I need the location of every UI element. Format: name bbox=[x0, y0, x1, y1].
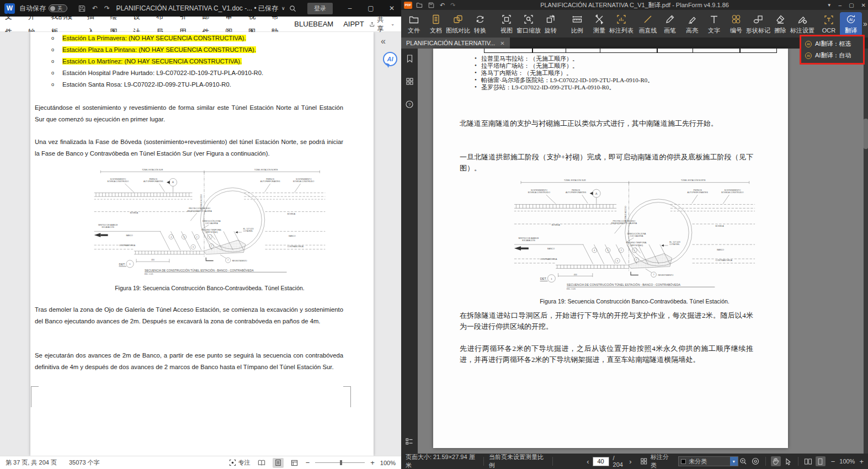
combo-arrow-icon[interactable]: ▾ bbox=[730, 457, 738, 466]
category-select[interactable]: 未分类 ▾ bbox=[678, 456, 738, 466]
toolbar-annotation-settings-button[interactable]: 标注设置 bbox=[791, 12, 813, 36]
pdf-scrollbar[interactable] bbox=[864, 49, 868, 454]
login-button[interactable]: 登录 bbox=[307, 3, 333, 14]
select-tool-button[interactable] bbox=[783, 456, 793, 466]
word-page[interactable]: oEstación La Primavera: (NO HAY SECUENCI… bbox=[30, 32, 374, 456]
svg-text:BANCO: BANCO bbox=[717, 249, 724, 251]
pdf-scrollbar-thumb[interactable] bbox=[864, 119, 868, 149]
word-close-button[interactable]: ✕ bbox=[382, 0, 401, 17]
toolbar-ocr-button[interactable]: OCR bbox=[818, 13, 840, 35]
bullet-dot-icon: • bbox=[475, 76, 477, 83]
page-number-input[interactable] bbox=[593, 457, 609, 466]
zoom-slider-thumb[interactable] bbox=[340, 460, 342, 465]
toolbar-translate-button[interactable]: AI翻译 bbox=[840, 12, 862, 36]
menu-dropdown-icon[interactable]: ▼ bbox=[827, 3, 832, 8]
annotation-category-button[interactable]: 标注分类 bbox=[640, 453, 674, 469]
list-item: •圣罗莎站：L9-C07022-ID-099-2TU-PLA-0910-R0。 bbox=[433, 83, 788, 90]
pdf-maximize-button[interactable]: ▢ bbox=[849, 2, 854, 8]
toolbar-rotate-button[interactable]: 旋转 bbox=[540, 12, 562, 36]
zoom-level[interactable]: 100% bbox=[839, 458, 855, 465]
pdf-minimize-button[interactable]: – bbox=[839, 2, 842, 8]
prev-page-button[interactable]: ‹ bbox=[583, 457, 592, 466]
zoom-in-button[interactable]: + bbox=[859, 457, 864, 466]
figure-title: SECUENCIA DE CONSTRUCCIÓN TÚNEL ESTACIÓN… bbox=[145, 269, 254, 272]
toolbar-file-button[interactable]: 文件 bbox=[403, 12, 425, 36]
share-button[interactable]: 共享 ⌄ bbox=[369, 15, 401, 34]
bookmarks-icon[interactable] bbox=[406, 54, 414, 63]
toolbar-pen-button[interactable]: 画笔 bbox=[659, 12, 681, 36]
pdf-close-button[interactable]: ✕ bbox=[861, 2, 866, 8]
ai-translate-auto-item[interactable]: AI AI翻译：自动 bbox=[801, 50, 863, 61]
toolbar-numbering-button[interactable]: 编号 bbox=[725, 12, 747, 36]
hand-tool-button[interactable] bbox=[771, 456, 781, 466]
read-mode-button[interactable] bbox=[256, 458, 267, 468]
toolbar-highlight-button[interactable]: 高亮 bbox=[681, 12, 703, 36]
svg-text:7: 7 bbox=[227, 259, 228, 262]
svg-text:7: 7 bbox=[653, 274, 654, 276]
toolbar-draw-line-button[interactable]: 画直线 bbox=[637, 12, 659, 36]
svg-text:SENTIDO DE AVANCE: SENTIDO DE AVANCE bbox=[518, 237, 539, 239]
toolbar-convert-button[interactable]: 转换 bbox=[469, 12, 491, 36]
svg-text:2: 2 bbox=[621, 249, 622, 252]
help-icon[interactable]: ? bbox=[405, 100, 414, 109]
svg-text:PROYECCIÓN RECESO: PROYECCIÓN RECESO bbox=[189, 207, 210, 210]
two-page-view-icon[interactable] bbox=[803, 456, 813, 466]
svg-text:A: A bbox=[595, 192, 598, 195]
save-icon[interactable] bbox=[428, 2, 434, 8]
toolbar-measure-button[interactable]: 测量 bbox=[588, 12, 610, 36]
search-icon[interactable] bbox=[289, 5, 296, 12]
zoom-out-button[interactable]: − bbox=[831, 457, 835, 466]
thumbnails-icon[interactable] bbox=[406, 77, 414, 86]
pdf-toolbar: 文件 文档 图纸对比 转换 视图 窗口缩放 旋转 比例 测量 标注列表 画直线 … bbox=[401, 10, 868, 38]
toolbar-view-button[interactable]: 视图 bbox=[496, 12, 518, 36]
toolbar-shape-mark-button[interactable]: 形状标记 bbox=[747, 12, 769, 36]
tab-aippt[interactable]: AIPPT bbox=[338, 17, 369, 32]
next-page-button[interactable]: › bbox=[626, 457, 635, 466]
zoom-area-icon[interactable] bbox=[738, 456, 748, 466]
pdf-app-logo-icon: PDF bbox=[404, 2, 412, 9]
svg-text:TÚNEL ESTACIÓN SUR: TÚNEL ESTACIÓN SUR bbox=[142, 168, 163, 171]
toolbar-annotation-list-button[interactable]: 标注列表 bbox=[610, 12, 632, 36]
svg-text:TÚNEL ESTACIÓN SUR: TÚNEL ESTACIÓN SUR bbox=[564, 179, 586, 182]
bullet-dot-icon: • bbox=[475, 62, 477, 68]
svg-text:6: 6 bbox=[193, 246, 194, 248]
zoom-slider[interactable] bbox=[315, 462, 365, 463]
zoom-out-button[interactable]: − bbox=[306, 459, 310, 467]
text-boundary-mark bbox=[343, 386, 351, 407]
open-file-icon[interactable] bbox=[416, 2, 423, 8]
word-minimize-button[interactable]: – bbox=[340, 0, 359, 17]
svg-text:1: 1 bbox=[551, 278, 552, 280]
collapse-panel-icon[interactable]: « bbox=[381, 36, 385, 46]
bullet-marker-icon: o bbox=[51, 70, 54, 76]
comment-list-icon[interactable] bbox=[401, 437, 418, 446]
toolbar-window-zoom-button[interactable]: 窗口缩放 bbox=[518, 12, 540, 36]
svg-text:COTA RIEL: COTA RIEL bbox=[669, 243, 680, 246]
ai-translate-boxselect-item[interactable]: AI AI翻译：框选 bbox=[801, 38, 863, 50]
zoom-in-button[interactable]: + bbox=[370, 459, 375, 467]
focus-mode-button[interactable]: 专注 bbox=[229, 459, 251, 467]
undo-icon[interactable]: ↶ bbox=[440, 2, 445, 9]
toolbar-document-button[interactable]: 文档 bbox=[425, 12, 447, 36]
pdf-document-tab[interactable]: PLANIFICACIÓN ALTERNATIV... ✕ bbox=[401, 38, 510, 49]
toolbar-eraser-button[interactable]: 擦除 bbox=[769, 12, 791, 36]
pdf-page[interactable]: •拉普里马韦拉站：（无施工顺序）。 •拉平塔纳广场站：（无施工顺序）。 •洛马丁… bbox=[433, 49, 788, 448]
toolbar-drawing-compare-button[interactable]: 图纸对比 bbox=[447, 12, 469, 36]
list-item: •洛马丁内斯站：（无施工顺序）。 bbox=[433, 69, 788, 76]
toolbar-scale-button[interactable]: 比例 bbox=[566, 12, 588, 36]
tab-bluebeam[interactable]: BLUEBEAM bbox=[289, 17, 338, 32]
single-page-view-icon[interactable] bbox=[816, 456, 826, 466]
ai-assistant-bubble-icon[interactable]: AI bbox=[383, 52, 397, 66]
word-maximize-button[interactable]: ▢ bbox=[361, 0, 380, 17]
loupe-icon[interactable] bbox=[750, 456, 760, 466]
word-count[interactable]: 35073 个字 bbox=[69, 459, 100, 467]
toolbar-text-button[interactable]: 文字 bbox=[703, 12, 725, 36]
toolbar-overflow-icon[interactable]: » bbox=[863, 19, 867, 28]
page-indicator[interactable]: 第 37 页, 共 204 页 bbox=[6, 459, 57, 467]
zoom-level[interactable]: 100% bbox=[380, 460, 396, 466]
print-layout-button[interactable] bbox=[273, 458, 284, 468]
redo-icon[interactable]: ↷ bbox=[450, 2, 455, 9]
web-layout-button[interactable] bbox=[289, 458, 300, 468]
svg-text:5: 5 bbox=[211, 245, 212, 247]
tab-close-icon[interactable]: ✕ bbox=[500, 40, 504, 46]
share-caret-icon: ⌄ bbox=[391, 22, 395, 26]
